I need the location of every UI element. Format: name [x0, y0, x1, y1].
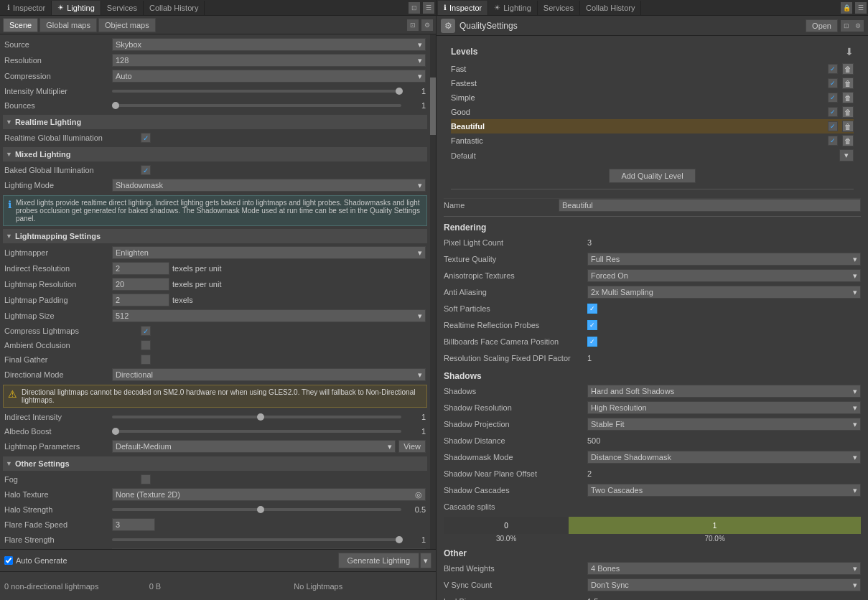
- lightmap-params-dropdown[interactable]: Default-Medium ▾: [112, 440, 396, 453]
- name-input[interactable]: [559, 199, 861, 212]
- final-checkbox[interactable]: [141, 355, 151, 365]
- cascade-bar[interactable]: 0 1: [444, 517, 861, 534]
- shadowmask-row: Shadowmask Mode Distance Shadowmask ▾: [444, 450, 861, 464]
- shadow-res-dropdown[interactable]: High Resolution ▾: [587, 401, 861, 414]
- level-good: Good 🗑: [451, 105, 854, 119]
- shadow-proj-dropdown[interactable]: Stable Fit ▾: [587, 418, 861, 431]
- realtime-gi-checkbox[interactable]: [141, 133, 151, 143]
- billboards-checkbox[interactable]: [587, 337, 597, 347]
- baked-gi-checkbox[interactable]: [141, 165, 151, 175]
- left-scrollbar[interactable]: [430, 34, 436, 549]
- tab-services-left[interactable]: Services: [101, 1, 144, 15]
- generate-lighting-btn[interactable]: Generate Lighting: [338, 553, 419, 568]
- other-section[interactable]: ▼ Other Settings: [3, 456, 427, 471]
- tab-lighting-left[interactable]: ☀ Lighting: [52, 1, 101, 15]
- shadowmask-dropdown[interactable]: Distance Shadowmask ▾: [587, 451, 861, 464]
- settings-btn[interactable]: ⚙: [421, 19, 433, 31]
- lighting-mode-dropdown[interactable]: Shadowmask ▾: [112, 179, 426, 192]
- menu-btn-right[interactable]: ☰: [855, 2, 867, 14]
- global-maps-btn[interactable]: Global maps: [39, 18, 97, 32]
- albedo-slider[interactable]: [112, 430, 401, 433]
- directional-dropdown[interactable]: Directional ▾: [112, 368, 426, 381]
- blend-weights-dropdown[interactable]: 4 Bones ▾: [587, 562, 861, 575]
- lighting-icon-left: ☀: [57, 4, 64, 11]
- lod-bias-label: Lod Bias: [444, 597, 587, 600]
- flare-strength-row: Flare Strength 1: [3, 533, 427, 546]
- halo-strength-slider[interactable]: [112, 508, 401, 511]
- rt-probes-checkbox[interactable]: [587, 320, 597, 330]
- level-simple: Simple 🗑: [451, 90, 854, 105]
- shadows-dropdown[interactable]: Hard and Soft Shadows ▾: [587, 385, 861, 398]
- level-beautiful-check[interactable]: [828, 121, 838, 131]
- level-simple-delete[interactable]: 🗑: [842, 92, 854, 103]
- add-quality-btn[interactable]: Add Quality Level: [609, 169, 695, 183]
- flare-fade-input[interactable]: [112, 518, 155, 531]
- resolution-dropdown[interactable]: 128 ▾: [112, 54, 426, 67]
- view-btn[interactable]: View: [398, 440, 426, 453]
- soft-particles-checkbox[interactable]: [587, 304, 597, 314]
- lock-btn-right[interactable]: 🔒: [841, 2, 852, 14]
- level-beautiful-delete[interactable]: 🗑: [842, 121, 854, 132]
- level-fantastic-check[interactable]: [828, 136, 838, 146]
- mixed-section[interactable]: ▼ Mixed Lighting: [3, 147, 427, 161]
- level-good-delete[interactable]: 🗑: [842, 106, 854, 118]
- shadow-cascades-dropdown[interactable]: Two Cascades ▾: [587, 484, 861, 497]
- intensity-slider[interactable]: [112, 90, 401, 93]
- lightmapper-dropdown[interactable]: Enlighten ▾: [112, 246, 426, 259]
- vsync-dropdown[interactable]: Don't Sync ▾: [587, 578, 861, 591]
- rp-settings-btn[interactable]: ⚙: [852, 20, 864, 32]
- default-dropdown[interactable]: ▾: [839, 149, 854, 161]
- auto-generate-label[interactable]: Auto Generate: [4, 556, 67, 565]
- tab-lighting-right[interactable]: ☀ Lighting: [488, 1, 538, 15]
- cascade-splits-row: Cascade splits: [444, 500, 861, 514]
- indirect-res-input[interactable]: [112, 262, 169, 275]
- level-fantastic-delete[interactable]: 🗑: [842, 135, 854, 146]
- rp-expand-btn[interactable]: ⊡: [841, 20, 852, 32]
- generate-dropdown-btn[interactable]: ▾: [420, 553, 431, 568]
- ambient-checkbox[interactable]: [141, 340, 151, 350]
- level-fast-check[interactable]: [828, 64, 838, 74]
- tab-collab-left[interactable]: Collab History: [144, 1, 205, 15]
- level-good-label: Good: [451, 108, 823, 116]
- right-tab-bar: ℹ Inspector ☀ Lighting Services Collab H…: [437, 0, 868, 16]
- menu-btn-left[interactable]: ☰: [423, 2, 434, 14]
- compress-checkbox[interactable]: [141, 326, 151, 336]
- texture-quality-dropdown[interactable]: Full Res ▾: [587, 253, 861, 266]
- tab-services-right[interactable]: Services: [538, 1, 580, 15]
- source-dropdown[interactable]: Skybox ▾: [112, 38, 426, 51]
- realtime-section[interactable]: ▼ Realtime Lighting: [3, 115, 427, 129]
- anti-alias-dropdown[interactable]: 2x Multi Sampling ▾: [587, 286, 861, 299]
- lightmap-res-input[interactable]: [112, 278, 169, 291]
- compression-dropdown[interactable]: Auto ▾: [112, 70, 426, 83]
- left-scrollbar-thumb: [430, 78, 436, 135]
- halo-texture-label: Halo Texture: [4, 490, 112, 499]
- indirect-intensity-slider[interactable]: [112, 416, 401, 418]
- level-good-check[interactable]: [828, 107, 838, 117]
- halo-texture-dropdown[interactable]: None (Texture 2D) ◎: [112, 488, 426, 501]
- flare-strength-slider[interactable]: [112, 538, 401, 541]
- intensity-slider-row: 1: [112, 87, 426, 95]
- level-fastest-delete[interactable]: 🗑: [842, 78, 854, 89]
- lightmap-pad-input[interactable]: [112, 294, 169, 306]
- levels-download-icon[interactable]: ⬇: [845, 46, 854, 57]
- object-maps-btn[interactable]: Object maps: [98, 18, 156, 32]
- auto-generate-checkbox[interactable]: [4, 556, 13, 565]
- lock-btn-left[interactable]: ⊡: [409, 2, 420, 14]
- lightmapping-section[interactable]: ▼ Lightmapping Settings: [3, 229, 427, 243]
- level-fast-delete[interactable]: 🗑: [842, 63, 854, 75]
- open-btn[interactable]: Open: [806, 19, 838, 32]
- bounces-slider[interactable]: [112, 104, 401, 107]
- tab-collab-right[interactable]: Collab History: [580, 1, 641, 15]
- level-fastest-check[interactable]: [828, 78, 838, 88]
- expand-btn[interactable]: ⊡: [407, 19, 419, 31]
- fog-checkbox[interactable]: [141, 474, 151, 484]
- level-simple-check[interactable]: [828, 93, 838, 103]
- indirect-intensity-row: Indirect Intensity 1: [3, 411, 427, 423]
- rt-probes-label: Realtime Reflection Probes: [444, 321, 587, 329]
- scene-btn[interactable]: Scene: [3, 18, 38, 32]
- tab-inspector-left[interactable]: ℹ Inspector: [1, 1, 52, 15]
- lightmap-size-dropdown[interactable]: 512 ▾: [112, 309, 426, 322]
- tab-inspector-right[interactable]: ℹ Inspector: [438, 1, 488, 15]
- inspector-icon-right: ℹ: [444, 4, 447, 11]
- anisotropic-dropdown[interactable]: Forced On ▾: [587, 269, 861, 282]
